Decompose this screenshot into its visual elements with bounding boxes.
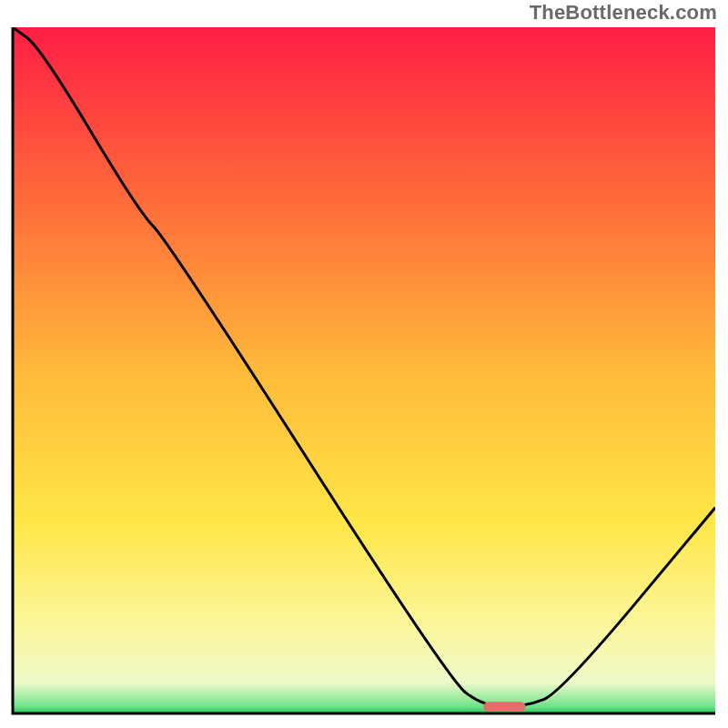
- plot-area: [13, 27, 715, 713]
- gradient-background: [13, 27, 715, 713]
- optimal-marker: [483, 702, 525, 712]
- watermark-label: TheBottleneck.com: [530, 1, 717, 25]
- bottleneck-chart: [0, 0, 728, 728]
- chart-container: TheBottleneck.com: [0, 0, 728, 728]
